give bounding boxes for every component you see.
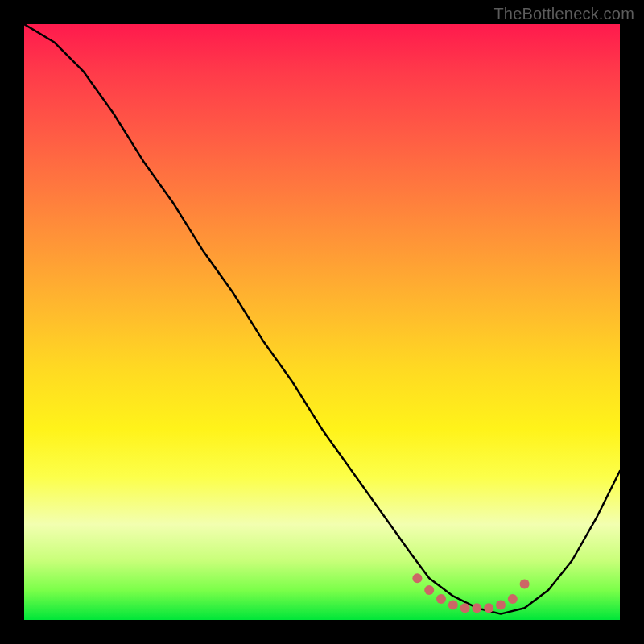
optimal-dot <box>448 601 458 610</box>
optimal-dot <box>436 594 446 604</box>
bottleneck-curve-line <box>24 24 620 614</box>
plot-area <box>24 24 620 620</box>
optimal-dot <box>424 585 434 595</box>
optimal-dot <box>484 603 493 613</box>
optimal-dot <box>460 603 470 613</box>
chart-svg <box>24 24 620 620</box>
optimal-dot <box>496 601 506 610</box>
optimal-dot <box>472 603 481 613</box>
chart-frame: TheBottleneck.com <box>0 0 644 644</box>
optimal-dot <box>508 594 518 604</box>
watermark-text: TheBottleneck.com <box>493 5 634 23</box>
optimal-dot <box>412 573 422 583</box>
optimal-dot <box>520 580 530 589</box>
